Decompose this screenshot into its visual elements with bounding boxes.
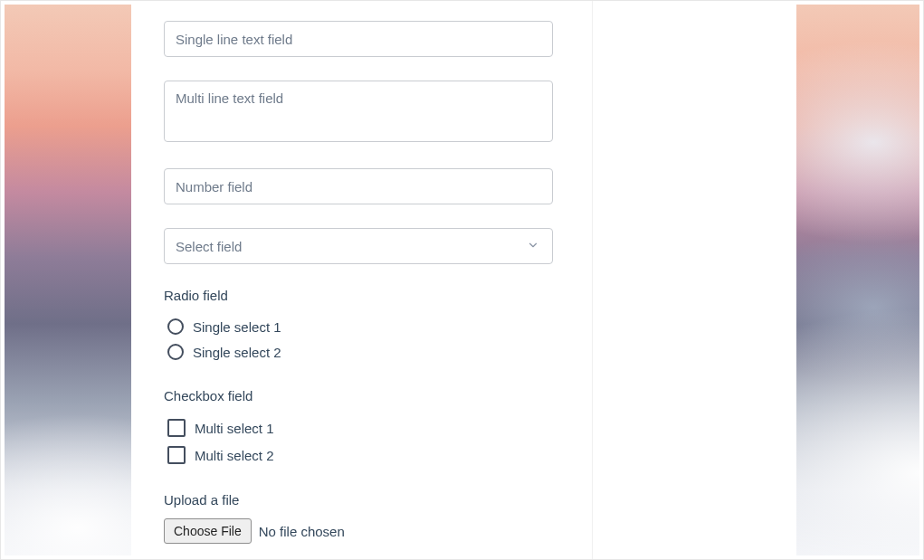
choose-file-button[interactable]: Choose File <box>164 518 252 544</box>
number-input[interactable] <box>164 168 553 204</box>
radio-icon <box>167 344 184 360</box>
checkbox-icon <box>167 419 186 437</box>
file-input-row: Choose File No file chosen <box>164 518 559 544</box>
file-upload-label: Upload a file <box>164 492 559 508</box>
number-field-wrapper <box>164 168 559 204</box>
select-field-wrapper: Select field <box>164 228 559 264</box>
radio-option-2[interactable]: Single select 2 <box>164 339 559 365</box>
radio-option-label: Single select 1 <box>193 319 281 335</box>
radio-option-label: Single select 2 <box>193 345 281 360</box>
select-field[interactable]: Select field <box>164 228 553 264</box>
checkbox-option-label: Multi select 2 <box>195 448 274 463</box>
checkbox-group-label: Checkbox field <box>164 388 559 403</box>
multi-line-input[interactable] <box>164 81 553 142</box>
radio-group: Radio field Single select 1 Single selec… <box>164 288 559 365</box>
single-line-field-wrapper <box>164 21 559 57</box>
checkbox-option-2[interactable]: Multi select 2 <box>164 441 559 469</box>
radio-icon <box>167 318 184 335</box>
radio-group-label: Radio field <box>164 288 559 303</box>
checkbox-icon <box>167 446 186 464</box>
checkbox-option-label: Multi select 1 <box>195 421 274 436</box>
chevron-down-icon <box>527 239 539 254</box>
single-line-input[interactable] <box>164 21 553 57</box>
multi-line-field-wrapper <box>164 81 559 145</box>
file-status-text: No file chosen <box>259 524 345 539</box>
checkbox-group: Checkbox field Multi select 1 Multi sele… <box>164 388 559 469</box>
vertical-divider <box>592 1 593 559</box>
form-column: Select field Radio field Single select 1… <box>131 1 592 559</box>
app-window: Select field Radio field Single select 1… <box>0 0 924 560</box>
radio-option-1[interactable]: Single select 1 <box>164 314 559 339</box>
select-placeholder: Select field <box>176 239 242 254</box>
file-upload-group: Upload a file Choose File No file chosen <box>164 492 559 544</box>
checkbox-option-1[interactable]: Multi select 1 <box>164 414 559 441</box>
